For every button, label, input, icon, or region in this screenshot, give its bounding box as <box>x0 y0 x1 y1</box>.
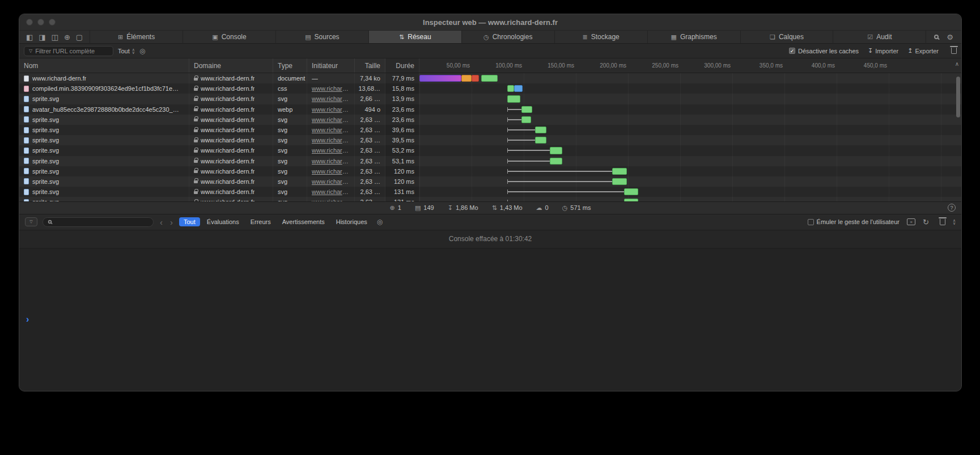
duration-clock-icon: ◷ <box>562 204 568 212</box>
request-duration-cell: 120 ms <box>385 176 419 187</box>
table-row[interactable]: sprite.svgwww.richard-dern.frsvgwww.rich… <box>19 115 961 125</box>
console-tab-historiques[interactable]: Historiques <box>332 217 372 226</box>
column-header-name[interactable]: Nom <box>19 58 189 73</box>
image-file-icon <box>24 148 29 154</box>
console-filter-icon[interactable]: ▽ <box>25 217 37 226</box>
device-icon[interactable]: ▢ <box>76 33 83 41</box>
web-inspector-window: Inspecteur web — www.richard-dern.fr ◧◨◫… <box>19 14 962 391</box>
request-type-cell: webp <box>273 104 307 115</box>
timeline-tick: 300,00 ms <box>704 58 732 73</box>
dock-bottom-icon[interactable]: ◨ <box>39 33 45 41</box>
table-row[interactable]: sprite.svgwww.richard-dern.frsvgwww.rich… <box>19 166 961 176</box>
lock-icon <box>194 88 198 91</box>
tab-sources[interactable]: ▤Sources <box>275 31 368 43</box>
import-button[interactable]: ↧ Importer <box>868 47 898 54</box>
table-row[interactable]: avatar_hu85ecc3e298728880b0bde2dcc4e5c23… <box>19 104 961 115</box>
help-button[interactable]: ? <box>948 204 956 212</box>
clear-network-items-trash-icon[interactable] <box>951 48 957 54</box>
lock-icon <box>194 78 198 81</box>
console-tab-évaluations[interactable]: Évaluations <box>202 217 244 226</box>
column-header-domain[interactable]: Domaine <box>189 58 273 73</box>
request-initiator-cell[interactable]: www.richard-d… <box>307 135 355 145</box>
request-size-cell: 2,63 … <box>355 156 385 166</box>
disable-caches-checkbox[interactable]: ✓ Désactiver les caches <box>789 48 859 54</box>
request-initiator-cell[interactable]: www.richard-d… <box>307 104 355 115</box>
clear-console-trash-icon[interactable] <box>940 219 945 225</box>
request-waterfall <box>419 166 961 176</box>
request-initiator-cell[interactable]: www.richard-d… <box>307 166 355 176</box>
table-row[interactable]: sprite.svgwww.richard-dern.frsvgwww.rich… <box>19 135 961 145</box>
tab-layers[interactable]: ❏Calques <box>740 31 833 43</box>
element-picker-icon[interactable]: ⊕ <box>64 33 70 41</box>
column-header-dur[interactable]: Durée <box>385 58 419 73</box>
resource-scope-select[interactable]: Tout ∧∨ <box>118 48 135 54</box>
table-row[interactable]: www.richard-dern.frwww.richard-dern.frdo… <box>19 73 961 83</box>
css-file-icon <box>24 86 29 92</box>
record-options-icon[interactable]: ◎ <box>139 47 145 55</box>
sidebar-right-icon[interactable]: ◫ <box>52 33 58 41</box>
navigate-forward-button[interactable]: › <box>169 218 174 226</box>
lock-icon <box>194 98 198 101</box>
close-window-button[interactable] <box>26 19 33 26</box>
timeline-header: 50,00 ms100,00 ms150,00 ms200,00 ms250,0… <box>419 58 961 73</box>
console-drawer-icon[interactable]: ≡ <box>907 218 915 225</box>
scroll-up-icon[interactable]: ∧ <box>955 61 959 67</box>
request-initiator-cell[interactable]: www.richard-d… <box>307 115 355 125</box>
request-initiator-cell[interactable]: www.richard-d… <box>307 145 355 155</box>
navigate-back-button[interactable]: ‹ <box>159 218 164 226</box>
settings-gear-icon[interactable]: ⚙ <box>947 33 953 41</box>
column-header-size[interactable]: Taille <box>355 58 385 73</box>
request-initiator-cell[interactable]: www.richard-d… <box>307 176 355 187</box>
table-row[interactable]: sprite.svgwww.richard-dern.frsvgwww.rich… <box>19 145 961 155</box>
request-initiator-cell[interactable]: www.richard-d… <box>307 94 355 104</box>
tab-elements[interactable]: ⊞Éléments <box>90 31 183 43</box>
status-item: ⊕1 <box>390 204 401 212</box>
vertical-scrollbar[interactable] <box>956 77 960 117</box>
request-initiator-cell[interactable]: www.richard-d… <box>307 125 355 135</box>
console-search-input[interactable] <box>43 217 154 227</box>
console-prompt[interactable]: › <box>19 248 961 391</box>
table-row[interactable]: sprite.svgwww.richard-dern.frsvgwww.rich… <box>19 94 961 104</box>
expand-console-icon[interactable]: ∧∨ <box>953 219 956 225</box>
export-button[interactable]: ↥ Exporter <box>907 47 939 54</box>
tab-timelines[interactable]: ◷Chronologies <box>461 31 554 43</box>
request-initiator-cell[interactable]: www.richard-d… <box>307 197 355 201</box>
console-tab-erreurs[interactable]: Erreurs <box>246 217 275 226</box>
reload-icon[interactable]: ↻ <box>923 218 929 226</box>
table-row[interactable]: sprite.svgwww.richard-dern.frsvgwww.rich… <box>19 197 961 201</box>
column-header-init[interactable]: Initiateur <box>307 58 355 73</box>
tab-storage[interactable]: ≣Stockage <box>554 31 647 43</box>
image-file-icon <box>24 158 29 164</box>
column-header-type[interactable]: Type <box>273 58 307 73</box>
sidebar-left-icon[interactable]: ◧ <box>26 33 33 41</box>
table-row[interactable]: sprite.svgwww.richard-dern.frsvgwww.rich… <box>19 187 961 197</box>
tab-label: Sources <box>315 33 340 41</box>
tab-graphics[interactable]: ▦Graphismes <box>647 31 740 43</box>
url-filter-input[interactable]: ▽ Filtrer l'URL complète <box>24 46 113 56</box>
request-duration-cell: 120 ms <box>385 166 419 176</box>
emulate-user-gesture-checkbox[interactable]: Émuler le geste de l'utilisateur <box>808 218 900 225</box>
request-size-cell: 13,68… <box>355 83 385 94</box>
cloud-icon: ☁ <box>536 204 542 212</box>
request-initiator-cell[interactable]: www.richard-d… <box>307 156 355 166</box>
tab-audit[interactable]: ☑Audit <box>833 31 926 43</box>
timeline-tick: 400,0 ms <box>812 58 837 73</box>
tab-network[interactable]: ⇅Réseau <box>368 31 461 43</box>
waterfall-red-segment <box>472 75 479 82</box>
request-waterfall <box>419 135 961 145</box>
lock-icon <box>194 160 198 163</box>
request-initiator-cell[interactable]: www.richard-d… <box>307 187 355 197</box>
table-row[interactable]: sprite.svgwww.richard-dern.frsvgwww.rich… <box>19 176 961 187</box>
tab-console[interactable]: ▣Console <box>183 31 275 43</box>
minimize-window-button[interactable] <box>37 19 44 26</box>
table-row[interactable]: sprite.svgwww.richard-dern.frsvgwww.rich… <box>19 156 961 166</box>
table-row[interactable]: compiled.min.38390909f303624ed9e1cf1bd3f… <box>19 83 961 94</box>
zoom-window-button[interactable] <box>49 19 56 26</box>
table-row[interactable]: sprite.svgwww.richard-dern.frsvgwww.rich… <box>19 125 961 135</box>
console-tab-avertissements[interactable]: Avertissements <box>278 217 329 226</box>
request-initiator-cell[interactable]: www.richard-d… <box>307 83 355 94</box>
search-icon[interactable] <box>934 35 939 39</box>
console-tab-tout[interactable]: Tout <box>179 217 200 226</box>
request-type-cell: css <box>273 83 307 94</box>
console-record-icon[interactable]: ◎ <box>377 218 383 226</box>
